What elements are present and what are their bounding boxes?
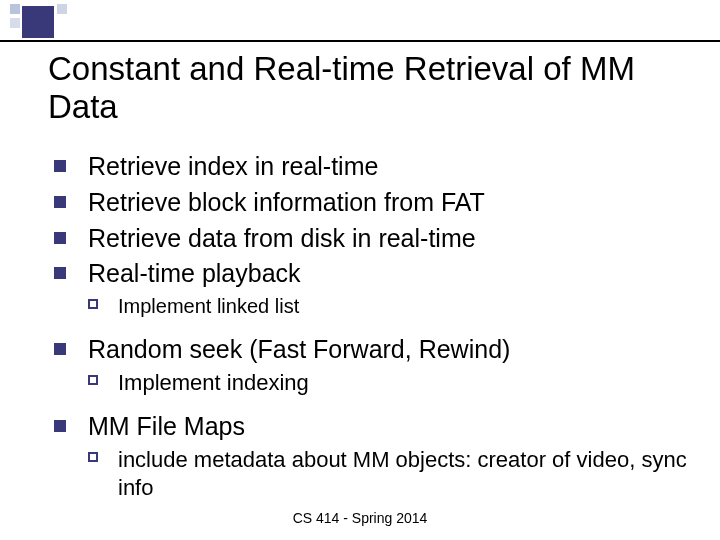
deco-square-small <box>57 4 67 14</box>
bullet-level1: Retrieve index in real-time <box>54 150 692 184</box>
square-bullet-icon <box>54 196 66 208</box>
hollow-square-bullet-icon <box>88 375 98 385</box>
hollow-square-bullet-icon <box>88 299 98 309</box>
bullet-text: Retrieve index in real-time <box>88 152 378 180</box>
square-bullet-icon <box>54 232 66 244</box>
hollow-square-bullet-icon <box>88 452 98 462</box>
sub-bullets: include metadata about MM objects: creat… <box>54 446 692 501</box>
square-bullet-icon <box>54 160 66 172</box>
bullet-level1: Random seek (Fast Forward, Rewind) <box>54 333 692 367</box>
slide-footer: CS 414 - Spring 2014 <box>0 510 720 526</box>
bullet-text: Implement indexing <box>118 370 309 395</box>
bullet-text: include metadata about MM objects: creat… <box>118 447 687 500</box>
corner-decoration <box>0 0 100 40</box>
square-bullet-icon <box>54 343 66 355</box>
slide: Constant and Real-time Retrieval of MM D… <box>0 0 720 540</box>
bullet-text: Retrieve data from disk in real-time <box>88 224 476 252</box>
deco-square-small <box>10 4 20 14</box>
sub-bullets: Implement linked list <box>54 293 692 319</box>
bullet-text: MM File Maps <box>88 412 245 440</box>
sub-bullets: Implement indexing <box>54 369 692 397</box>
bullet-text: Random seek (Fast Forward, Rewind) <box>88 335 510 363</box>
square-bullet-icon <box>54 267 66 279</box>
bullet-level2: Implement linked list <box>88 293 692 319</box>
bullet-level2: Implement indexing <box>88 369 692 397</box>
bullet-text: Retrieve block information from FAT <box>88 188 485 216</box>
bullet-level1: MM File Maps <box>54 410 692 444</box>
horizontal-rule <box>0 40 720 42</box>
square-bullet-icon <box>54 420 66 432</box>
slide-content: Retrieve index in real-time Retrieve blo… <box>54 150 692 507</box>
slide-title: Constant and Real-time Retrieval of MM D… <box>48 50 690 126</box>
deco-square-large <box>22 6 54 38</box>
bullet-level1: Retrieve block information from FAT <box>54 186 692 220</box>
bullet-level1: Retrieve data from disk in real-time <box>54 222 692 256</box>
bullet-level2: include metadata about MM objects: creat… <box>88 446 692 501</box>
bullet-level1: Real-time playback <box>54 257 692 291</box>
deco-square-small <box>10 18 20 28</box>
bullet-text: Real-time playback <box>88 259 301 287</box>
bullet-text: Implement linked list <box>118 295 299 317</box>
